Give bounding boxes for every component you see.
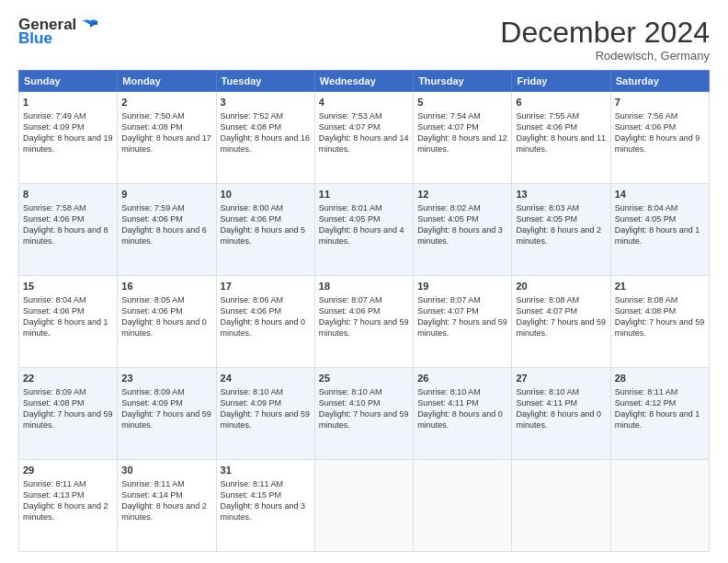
- table-row: 10Sunrise: 8:00 AMSunset: 4:06 PMDayligh…: [216, 184, 314, 276]
- day-info: Daylight: 8 hours and 5 minutes.: [221, 224, 311, 247]
- day-info: Daylight: 8 hours and 0 minutes.: [221, 316, 311, 339]
- calendar-week-row: 15Sunrise: 8:04 AMSunset: 4:06 PMDayligh…: [19, 276, 710, 368]
- day-number: 13: [516, 188, 606, 201]
- day-info: Sunrise: 8:11 AM: [221, 478, 311, 489]
- table-row: 13Sunrise: 8:03 AMSunset: 4:05 PMDayligh…: [512, 184, 610, 276]
- col-tuesday: Tuesday: [216, 71, 314, 92]
- day-info: Sunrise: 7:59 AM: [121, 202, 211, 213]
- day-info: Sunset: 4:06 PM: [121, 305, 211, 316]
- day-info: Sunset: 4:09 PM: [23, 121, 113, 132]
- calendar-table: Sunday Monday Tuesday Wednesday Thursday…: [18, 70, 710, 552]
- day-info: Sunrise: 8:11 AM: [23, 478, 113, 489]
- logo-bird-icon: [82, 19, 98, 31]
- day-info: Sunrise: 7:55 AM: [516, 110, 606, 121]
- title-area: December 2024 Rodewisch, Germany: [500, 17, 710, 63]
- day-number: 22: [23, 372, 113, 385]
- day-info: Sunrise: 7:49 AM: [23, 110, 113, 121]
- day-info: Sunrise: 8:10 AM: [516, 386, 606, 397]
- table-row: 9Sunrise: 7:59 AMSunset: 4:06 PMDaylight…: [118, 184, 216, 276]
- day-number: 3: [221, 96, 311, 109]
- day-info: Daylight: 8 hours and 1 minute.: [615, 408, 705, 431]
- day-info: Sunrise: 7:54 AM: [417, 110, 507, 121]
- day-info: Daylight: 8 hours and 12 minutes.: [417, 132, 507, 155]
- day-number: 12: [417, 188, 507, 201]
- day-info: Sunset: 4:07 PM: [417, 305, 507, 316]
- day-number: 6: [516, 96, 606, 109]
- day-info: Sunset: 4:06 PM: [23, 305, 113, 316]
- day-number: 17: [221, 280, 311, 293]
- table-row: 18Sunrise: 8:07 AMSunset: 4:06 PMDayligh…: [314, 276, 413, 368]
- day-number: 27: [516, 372, 606, 385]
- day-info: Sunset: 4:06 PM: [221, 213, 311, 224]
- day-info: Daylight: 8 hours and 17 minutes.: [121, 132, 211, 155]
- table-row: 5Sunrise: 7:54 AMSunset: 4:07 PMDaylight…: [414, 92, 512, 184]
- day-number: 23: [121, 372, 211, 385]
- col-thursday: Thursday: [414, 71, 512, 92]
- day-info: Sunrise: 8:04 AM: [615, 202, 705, 213]
- day-info: Sunrise: 8:04 AM: [23, 294, 113, 305]
- day-info: Daylight: 8 hours and 3 minutes.: [221, 500, 311, 523]
- day-info: Sunrise: 7:53 AM: [319, 110, 409, 121]
- day-info: Daylight: 8 hours and 2 minutes.: [516, 224, 606, 247]
- day-info: Sunset: 4:06 PM: [221, 305, 311, 316]
- day-info: Daylight: 8 hours and 19 minutes.: [23, 132, 113, 155]
- table-row: 1Sunrise: 7:49 AMSunset: 4:09 PMDaylight…: [19, 92, 118, 184]
- table-row: 15Sunrise: 8:04 AMSunset: 4:06 PMDayligh…: [19, 276, 118, 368]
- day-info: Daylight: 8 hours and 0 minutes.: [121, 316, 211, 339]
- logo: General Blue: [18, 17, 98, 48]
- page: General Blue December 2024 Rodewisch, Ge…: [0, 0, 728, 563]
- day-info: Sunrise: 7:56 AM: [615, 110, 705, 121]
- table-row: 26Sunrise: 8:10 AMSunset: 4:11 PMDayligh…: [414, 368, 512, 460]
- table-row: 19Sunrise: 8:07 AMSunset: 4:07 PMDayligh…: [414, 276, 512, 368]
- day-info: Sunset: 4:06 PM: [23, 213, 113, 224]
- day-info: Sunrise: 8:09 AM: [121, 386, 211, 397]
- day-info: Daylight: 7 hours and 59 minutes.: [221, 408, 311, 431]
- day-info: Sunset: 4:13 PM: [23, 489, 113, 500]
- month-title: December 2024: [500, 17, 710, 49]
- day-info: Daylight: 7 hours and 59 minutes.: [319, 408, 409, 431]
- table-row: 12Sunrise: 8:02 AMSunset: 4:05 PMDayligh…: [414, 184, 512, 276]
- col-monday: Monday: [118, 71, 216, 92]
- table-row: 11Sunrise: 8:01 AMSunset: 4:05 PMDayligh…: [314, 184, 413, 276]
- day-number: 9: [121, 188, 211, 201]
- table-row: [414, 460, 512, 552]
- table-row: [610, 460, 709, 552]
- day-number: 5: [417, 96, 507, 109]
- day-number: 29: [23, 464, 113, 477]
- day-info: Daylight: 8 hours and 6 minutes.: [121, 224, 211, 247]
- day-info: Sunrise: 8:10 AM: [417, 386, 507, 397]
- table-row: 14Sunrise: 8:04 AMSunset: 4:05 PMDayligh…: [610, 184, 709, 276]
- day-info: Sunset: 4:08 PM: [23, 397, 113, 408]
- day-number: 14: [615, 188, 705, 201]
- table-row: 23Sunrise: 8:09 AMSunset: 4:09 PMDayligh…: [118, 368, 216, 460]
- day-info: Sunset: 4:10 PM: [319, 397, 409, 408]
- day-info: Sunrise: 8:05 AM: [121, 294, 211, 305]
- day-info: Sunrise: 8:07 AM: [417, 294, 507, 305]
- day-info: Sunset: 4:07 PM: [516, 305, 606, 316]
- day-info: Sunrise: 8:07 AM: [319, 294, 409, 305]
- table-row: 2Sunrise: 7:50 AMSunset: 4:08 PMDaylight…: [118, 92, 216, 184]
- day-info: Daylight: 8 hours and 16 minutes.: [221, 132, 311, 155]
- table-row: 27Sunrise: 8:10 AMSunset: 4:11 PMDayligh…: [512, 368, 610, 460]
- day-number: 7: [615, 96, 705, 109]
- day-info: Daylight: 8 hours and 4 minutes.: [319, 224, 409, 247]
- calendar-week-row: 22Sunrise: 8:09 AMSunset: 4:08 PMDayligh…: [19, 368, 710, 460]
- day-number: 1: [23, 96, 113, 109]
- day-info: Daylight: 7 hours and 59 minutes.: [121, 408, 211, 431]
- day-info: Sunset: 4:09 PM: [121, 397, 211, 408]
- day-info: Sunrise: 7:52 AM: [221, 110, 311, 121]
- day-info: Sunrise: 8:10 AM: [319, 386, 409, 397]
- day-info: Sunrise: 8:02 AM: [417, 202, 507, 213]
- day-info: Sunset: 4:07 PM: [319, 121, 409, 132]
- day-number: 26: [417, 372, 507, 385]
- day-info: Sunset: 4:12 PM: [615, 397, 705, 408]
- day-info: Daylight: 7 hours and 59 minutes.: [615, 316, 705, 339]
- table-row: 17Sunrise: 8:06 AMSunset: 4:06 PMDayligh…: [216, 276, 314, 368]
- day-info: Sunset: 4:07 PM: [417, 121, 507, 132]
- table-row: 21Sunrise: 8:08 AMSunset: 4:08 PMDayligh…: [610, 276, 709, 368]
- col-friday: Friday: [512, 71, 610, 92]
- day-info: Sunrise: 8:11 AM: [615, 386, 705, 397]
- day-info: Sunset: 4:08 PM: [221, 121, 311, 132]
- day-info: Daylight: 7 hours and 59 minutes.: [319, 316, 409, 339]
- day-info: Daylight: 7 hours and 59 minutes.: [23, 408, 113, 431]
